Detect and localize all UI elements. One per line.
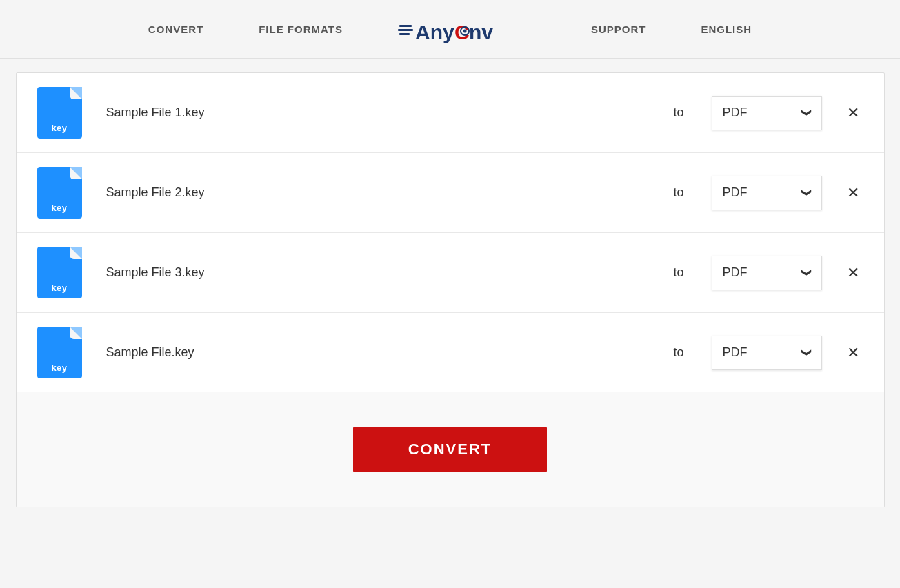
format-select-wrapper: PDF ❯ [712,96,822,130]
format-select[interactable]: PDF ❯ [712,336,822,370]
svg-point-6 [463,30,466,33]
remove-file-button[interactable]: ✕ [843,104,863,122]
convert-button[interactable]: CONVERT [353,427,548,472]
file-name-label: Sample File 1.key [92,105,646,120]
header-nav: CONVERT FILE FORMATS Any C nv [148,8,752,50]
nav-convert[interactable]: CONVERT [148,23,203,35]
format-select[interactable]: PDF ❯ [712,96,822,130]
file-icon: key [37,327,82,378]
file-icon-wrapper: key [37,167,92,219]
file-row: key Sample File.key to PDF ❯ ✕ [17,313,884,392]
nav-english[interactable]: ENGLISH [701,23,752,35]
chevron-down-icon: ❯ [801,189,812,197]
file-row: key Sample File 3.key to PDF ❯ ✕ [17,233,884,313]
to-label: to [646,345,711,360]
chevron-down-icon: ❯ [801,269,812,277]
file-row: key Sample File 1.key to PDF ❯ ✕ [17,73,884,153]
svg-rect-0 [399,25,412,27]
format-select-wrapper: PDF ❯ [712,176,822,210]
to-label: to [646,265,711,280]
format-label: PDF [723,265,748,280]
remove-file-button[interactable]: ✕ [843,184,863,202]
header: CONVERT FILE FORMATS Any C nv [0,0,900,59]
format-select[interactable]: PDF ❯ [712,256,822,290]
file-name-label: Sample File 2.key [92,185,646,200]
file-rows-container: key Sample File 1.key to PDF ❯ ✕ key Sam… [17,73,884,392]
to-label: to [646,105,711,120]
format-select[interactable]: PDF ❯ [712,176,822,210]
remove-file-button[interactable]: ✕ [843,264,863,282]
svg-rect-2 [399,33,410,35]
file-icon: key [37,247,82,298]
to-label: to [646,185,711,200]
file-icon-wrapper: key [37,327,92,378]
format-select-wrapper: PDF ❯ [712,256,822,290]
file-icon: key [37,87,82,139]
nav-support[interactable]: SUPPORT [591,23,646,35]
file-extension-label: key [51,363,67,373]
file-extension-label: key [51,283,67,293]
logo[interactable]: Any C nv [398,8,536,50]
main-content: key Sample File 1.key to PDF ❯ ✕ key Sam… [0,59,900,521]
format-label: PDF [723,185,748,200]
format-label: PDF [723,105,748,120]
file-name-label: Sample File.key [92,345,646,360]
convert-area: CONVERT [17,392,884,507]
svg-text:C: C [454,21,470,43]
svg-text:nv: nv [469,21,493,43]
file-row: key Sample File 2.key to PDF ❯ ✕ [17,153,884,233]
chevron-down-icon: ❯ [801,349,812,357]
file-extension-label: key [51,203,67,213]
nav-file-formats[interactable]: FILE FORMATS [259,23,343,35]
file-extension-label: key [51,123,67,133]
format-label: PDF [723,345,748,360]
converter-box: key Sample File 1.key to PDF ❯ ✕ key Sam… [16,72,885,507]
remove-file-button[interactable]: ✕ [843,344,863,362]
svg-text:Any: Any [415,21,454,43]
chevron-down-icon: ❯ [801,109,812,117]
format-select-wrapper: PDF ❯ [712,336,822,370]
file-icon-wrapper: key [37,247,92,298]
file-icon-wrapper: key [37,87,92,139]
svg-rect-1 [398,29,413,31]
file-name-label: Sample File 3.key [92,265,646,280]
file-icon: key [37,167,82,219]
